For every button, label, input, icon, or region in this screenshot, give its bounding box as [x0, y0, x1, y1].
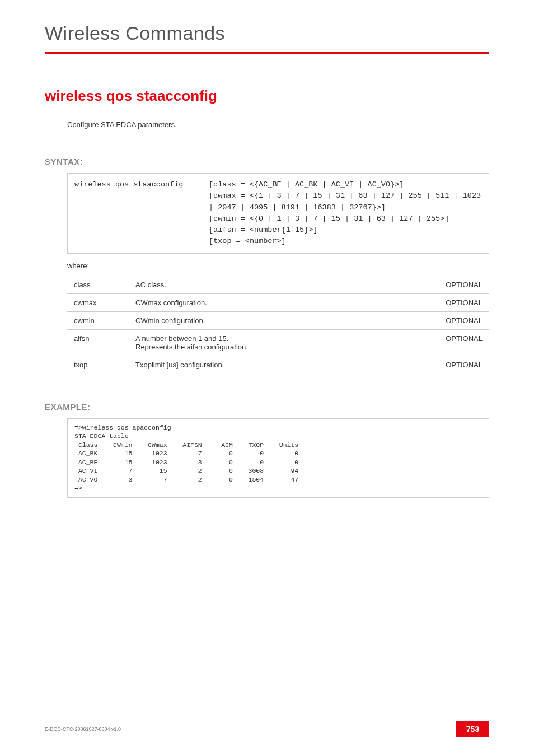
- table-row: txop Txoplimit [us] configuration. OPTIO…: [67, 356, 489, 374]
- example-box: =>wireless qos apacconfig STA EDCA table…: [67, 418, 489, 498]
- param-desc: CWmin configuration.: [129, 311, 433, 329]
- table-row: aifsn A number between 1 and 15. Represe…: [67, 329, 489, 356]
- param-name: class: [67, 276, 129, 293]
- syntax-label: SYNTAX:: [45, 157, 489, 166]
- table-row: class AC class. OPTIONAL: [67, 276, 489, 293]
- param-flag: OPTIONAL: [433, 293, 489, 311]
- example-label: EXAMPLE:: [45, 402, 489, 412]
- footer-doc-id: E-DOC-CTC-20061027-0004 v1.0: [45, 726, 121, 732]
- param-flag: OPTIONAL: [433, 276, 489, 293]
- syntax-box: wireless qos staacconfig [class = <{AC_B…: [67, 173, 489, 254]
- table-row: cwmax CWmax configuration. OPTIONAL: [67, 293, 489, 311]
- command-description: Configure STA EDCA parameters.: [67, 120, 489, 129]
- table-row: cwmin CWmin configuration. OPTIONAL: [67, 311, 489, 329]
- syntax-command: wireless qos staacconfig: [74, 179, 209, 248]
- param-flag: OPTIONAL: [433, 311, 489, 329]
- param-flag: OPTIONAL: [433, 329, 489, 356]
- param-desc: Txoplimit [us] configuration.: [129, 356, 433, 374]
- page-footer: E-DOC-CTC-20061027-0004 v1.0 753: [45, 721, 489, 737]
- params-table: class AC class. OPTIONAL cwmax CWmax con…: [67, 276, 489, 374]
- command-title: wireless qos staacconfig: [45, 87, 489, 105]
- footer-page-number: 753: [456, 721, 489, 737]
- page-header: Wireless Commands: [45, 22, 489, 54]
- param-desc: CWmax configuration.: [129, 293, 433, 311]
- header-title: Wireless Commands: [45, 22, 489, 44]
- param-flag: OPTIONAL: [433, 356, 489, 374]
- syntax-args: [class = <{AC_BE | AC_BK | AC_VI | AC_VO…: [209, 179, 482, 248]
- param-name: cwmin: [67, 311, 129, 329]
- param-desc: AC class.: [129, 276, 433, 293]
- where-label: where:: [67, 262, 489, 270]
- param-name: cwmax: [67, 293, 129, 311]
- param-desc: A number between 1 and 15. Represents th…: [129, 329, 433, 356]
- param-name: txop: [67, 356, 129, 374]
- param-name: aifsn: [67, 329, 129, 356]
